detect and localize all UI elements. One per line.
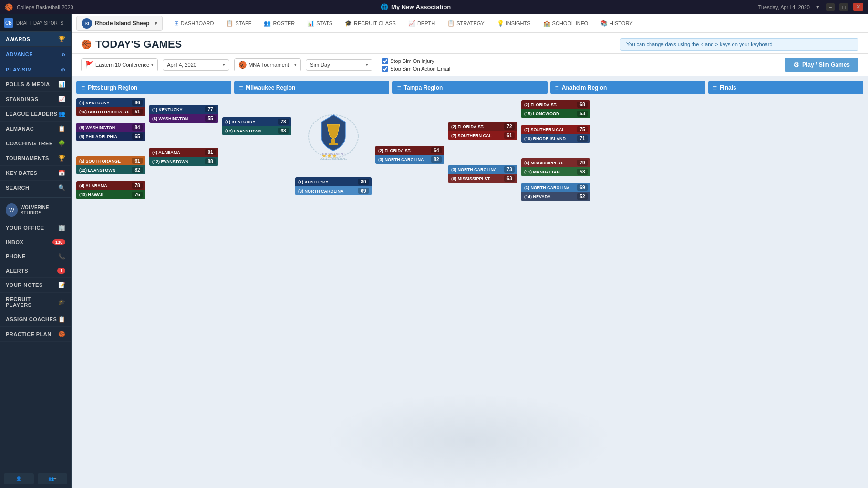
team-selector-arrow: ▾ <box>155 20 157 27</box>
game-team: (1) KENTUCKY 80 <box>295 177 372 186</box>
date-filter[interactable]: April 4, 2020 ▾ <box>163 59 229 71</box>
almanac-label: ALMANAC <box>6 126 34 132</box>
simmode-filter[interactable]: Sim Day ▾ <box>306 59 372 71</box>
tab-insights[interactable]: 💡 INSIGHTS <box>491 17 537 30</box>
game-card[interactable]: (7) SOUTHERN CAL 75 (10) RHODE ISLAND 71 <box>521 125 590 143</box>
titlebar-right: Tuesday, April 4, 2020 ▾ − □ ✕ <box>758 3 863 11</box>
sidebar-item-league[interactable]: LEAGUE LEADERS 👥 <box>0 107 71 122</box>
game-card[interactable]: (6) MISSISSIPPI ST. 79 (11) MANHATTAN 58 <box>521 158 590 176</box>
standings-label: STANDINGS <box>6 96 38 102</box>
sidebar-item-almanac[interactable]: ALMANAC 📋 <box>0 122 71 136</box>
sidebar-item-practice[interactable]: PRACTICE PLAN 🏀 <box>0 327 71 342</box>
region-anaheim: ≡ Anaheim Region <box>550 81 705 94</box>
game-card[interactable]: (8) WASHINGTON 84 (9) PHILADELPHIA 65 <box>76 123 145 141</box>
sidebar-item-alerts[interactable]: ALERTS 1 <box>0 264 71 278</box>
tab-staff[interactable]: 📋 STAFF <box>220 17 257 30</box>
tournament-filter[interactable]: 🏀 MNA Tournament ▾ <box>234 58 301 71</box>
sidebar-item-keydates[interactable]: KEY DATES 📅 <box>0 166 71 181</box>
history-icon: 📚 <box>600 20 608 27</box>
stop-action-option[interactable]: Stop Sim On Action Email <box>382 66 450 72</box>
sidebar-item-notes[interactable]: YOUR NOTES 📝 <box>0 278 71 293</box>
bracket-area[interactable]: ≡ Pittsburgh Region ≡ Milwaukee Region ≡… <box>72 76 868 488</box>
championship-game[interactable]: (1) KENTUCKY 80 (3) NORTH CAROLINA 69 <box>295 177 372 195</box>
game-card[interactable]: (1) KENTUCKY 78 (12) EVANSTOWN 68 <box>222 117 291 135</box>
sidebar-item-standings[interactable]: STANDINGS 📈 <box>0 92 71 107</box>
dropdown-icon[interactable]: ▾ <box>815 3 821 11</box>
simmode-text: Sim Day <box>310 62 364 68</box>
tab-stats[interactable]: 📊 STATS <box>301 17 338 30</box>
game-card[interactable]: (4) ALABAMA 78 (13) HAWAII 76 <box>76 181 145 199</box>
game-team: (3) NORTH CAROLINA 69 <box>295 186 372 195</box>
pittsburgh-menu-icon[interactable]: ≡ <box>81 84 85 92</box>
strategy-icon: 📋 <box>447 20 455 27</box>
search-label: SEARCH <box>6 185 29 191</box>
sidebar-item-tournaments[interactable]: TOURNAMENTS 🏆 <box>0 151 71 166</box>
recruit-label: RECRUIT PLAYERS <box>6 296 58 308</box>
sidebar-item-phone[interactable]: PHONE 📞 <box>0 249 71 264</box>
sidebar-item-office[interactable]: YOUR OFFICE 🏢 <box>0 221 71 235</box>
sidebar-item-polls[interactable]: POLLS & MEDIA 📊 <box>0 77 71 92</box>
user-button[interactable]: 👤 <box>4 473 34 484</box>
game-card[interactable]: (1) KENTUCKY 86 (16) SOUTH DAKOTA ST. 51 <box>76 98 145 116</box>
awards-icon: 🏆 <box>58 36 65 42</box>
standings-icon: 📈 <box>58 96 65 102</box>
game-card[interactable]: (2) FLORIDA ST. 68 (15) LONGWOOD 53 <box>521 100 590 118</box>
sidebar-item-coaching[interactable]: COACHING TREE 🌳 <box>0 136 71 151</box>
game-team: (1) KENTUCKY 77 <box>149 105 218 114</box>
game-team: (7) SOUTHERN CAL 75 <box>521 125 590 134</box>
add-user-button[interactable]: 👥+ <box>38 473 68 484</box>
game-card[interactable]: (1) KENTUCKY 77 (8) WASHINGTON 55 <box>149 105 218 123</box>
sidebar-item-assign[interactable]: ASSIGN COACHES 📋 <box>0 312 71 327</box>
sidebar-item-playsim[interactable]: PLAY/SIM ⊕ <box>0 62 71 77</box>
stats-label: STATS <box>316 20 332 26</box>
stop-injury-checkbox[interactable] <box>382 58 388 64</box>
coaching-icon: 🌳 <box>58 140 65 147</box>
nav-tabs: ⊞ DASHBOARD 📋 STAFF 👥 ROSTER 📊 STATS 🎓 <box>168 17 639 30</box>
game-team: (2) FLORIDA ST. 68 <box>521 100 590 109</box>
game-team: (11) MANHATTAN 58 <box>521 167 590 176</box>
play-btn-label: Play / Sim Games <box>802 61 850 68</box>
game-team: (6) MISSISSIPPI ST. 79 <box>521 158 590 167</box>
inbox-label: INBOX <box>6 239 23 245</box>
tab-depth[interactable]: 📈 DEPTH <box>403 17 441 30</box>
game-card[interactable]: (4) ALABAMA 81 (12) EVANSTOWN 88 <box>149 148 218 166</box>
finals-r1: (2) FLORIDA ST. 68 (15) LONGWOOD 53 (7) … <box>521 100 590 201</box>
tab-strategy[interactable]: 📋 STRATEGY <box>442 17 490 30</box>
game-card[interactable]: (2) FLORIDA ST. 72 (7) SOUTHERN CAL 61 <box>448 122 517 140</box>
play-sim-button[interactable]: ⚙ Play / Sim Games <box>785 58 858 72</box>
sidebar-item-search[interactable]: SEARCH 🔍 <box>0 181 71 195</box>
maximize-button[interactable]: □ <box>839 3 848 11</box>
sidebar-item-recruit[interactable]: RECRUIT PLAYERS 🎓 <box>0 293 71 312</box>
conference-filter[interactable]: 🚩 Eastern 10 Conference ▾ <box>81 58 158 71</box>
sidebar-item-advance[interactable]: ADVANCE » <box>0 47 71 62</box>
minimize-button[interactable]: − <box>826 3 835 11</box>
game-card[interactable]: (3) NORTH CAROLINA 69 (14) NEVADA 52 <box>521 183 590 201</box>
page-title: 🏀 TODAY'S GAMES <box>81 38 182 51</box>
finals-menu-icon[interactable]: ≡ <box>713 84 717 92</box>
team-selector[interactable]: RI Rhode Island Sheep ▾ <box>76 16 163 31</box>
stop-injury-option[interactable]: Stop Sim On Injury <box>382 58 450 64</box>
game-card[interactable]: (3) NORTH CAROLINA 73 (6) MISSISSIPPI ST… <box>448 165 517 183</box>
tab-dashboard[interactable]: ⊞ DASHBOARD <box>168 17 220 30</box>
game-card[interactable]: (2) FLORIDA ST. 64 (3) NORTH CAROLINA 82 <box>375 146 444 164</box>
game-card[interactable]: (5) SOUTH ORANGE 61 (12) EVANSTOWN 82 <box>76 156 145 174</box>
anaheim-menu-icon[interactable]: ≡ <box>555 84 559 92</box>
sidebar-item-inbox[interactable]: INBOX 130 <box>0 235 71 249</box>
association-name: My New Association <box>391 3 451 10</box>
tab-school[interactable]: 🏫 SCHOOL INFO <box>537 17 594 30</box>
stop-action-checkbox[interactable] <box>382 66 388 72</box>
conference-arrow: ▾ <box>151 62 154 67</box>
finals-label: Finals <box>720 84 736 91</box>
tampa-menu-icon[interactable]: ≡ <box>397 84 401 92</box>
game-team: (3) NORTH CAROLINA 73 <box>448 165 517 174</box>
tab-history[interactable]: 📚 HISTORY <box>595 17 639 30</box>
sidebar-item-awards[interactable]: AWARDS 🏆 <box>0 32 71 47</box>
close-button[interactable]: ✕ <box>853 3 863 11</box>
playsim-label: PLAY/SIM <box>6 67 32 72</box>
tab-recruit[interactable]: 🎓 RECRUIT CLASS <box>339 17 402 30</box>
user-name: WOLVERINE STUDIOS <box>21 205 65 215</box>
tab-roster[interactable]: 👥 ROSTER <box>258 17 300 30</box>
conference-text: Eastern 10 Conference <box>95 62 149 68</box>
pittsburgh-r2: (1) KENTUCKY 77 (8) WASHINGTON 55 (4) AL… <box>149 105 218 166</box>
milwaukee-menu-icon[interactable]: ≡ <box>239 84 243 92</box>
